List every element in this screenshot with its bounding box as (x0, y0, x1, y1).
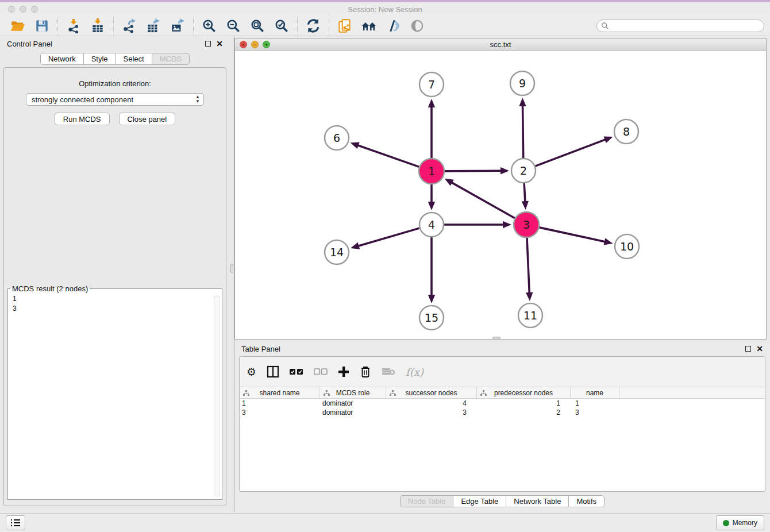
network-maximize-button[interactable]: + (263, 41, 270, 48)
tab-motifs[interactable]: Motifs (568, 495, 605, 507)
add-row-icon[interactable] (338, 364, 349, 379)
table-settings-icon[interactable]: ⚙ (247, 364, 256, 379)
delete-icon[interactable] (360, 364, 371, 379)
network-close-button[interactable]: × (240, 41, 247, 48)
toolbar-separator (297, 17, 298, 34)
zoom-selected-icon[interactable] (274, 18, 290, 34)
graph-edge-2-9[interactable] (522, 105, 523, 158)
task-history-button[interactable] (6, 515, 25, 530)
memory-button[interactable]: Memory (716, 515, 764, 530)
tab-style[interactable]: Style (83, 53, 116, 65)
tab-node-table[interactable]: Node Table (400, 495, 454, 507)
zoom-window-button[interactable] (31, 6, 38, 13)
column-header-mcds-role[interactable]: MCDS role (320, 387, 386, 398)
graph-edge-2-3[interactable] (524, 183, 525, 203)
table-row[interactable]: 1 dominator 4 1 1 (240, 399, 765, 408)
graph-edge-4-14[interactable] (357, 228, 419, 246)
graph-node-label: 4 (428, 218, 435, 231)
minimize-window-button[interactable] (20, 6, 26, 13)
vertical-splitter[interactable] (230, 36, 234, 512)
close-table-panel-icon[interactable]: ✕ (756, 346, 763, 352)
graph-node-label: 7 (428, 78, 435, 91)
network-window: × − + scc.txt 7968124314101511 (234, 38, 767, 340)
export-table-icon[interactable] (145, 18, 161, 34)
clone-network-icon[interactable] (337, 18, 353, 34)
graph-edge-2-8[interactable] (536, 139, 607, 166)
eye-slash-icon[interactable] (385, 18, 401, 34)
zoom-in-icon[interactable] (201, 18, 217, 34)
float-panel-icon[interactable] (205, 41, 211, 47)
table-header-row: shared name MCDS role successor nodes pr… (240, 387, 765, 399)
close-panel-icon[interactable]: ✕ (216, 41, 223, 47)
export-network-icon[interactable] (121, 18, 137, 34)
export-image-icon[interactable] (170, 18, 186, 34)
houses-icon[interactable] (361, 18, 377, 34)
zoom-out-icon[interactable] (225, 18, 241, 34)
apply-layout-icon[interactable] (305, 18, 321, 34)
column-header-successor-nodes[interactable]: successor nodes (386, 387, 477, 398)
tab-network[interactable]: Network (40, 53, 84, 65)
network-minimize-button[interactable]: − (251, 41, 259, 48)
tab-edge-table[interactable]: Edge Table (453, 495, 506, 507)
select-all-checks-icon[interactable] (290, 364, 303, 379)
graph-edge-3-1[interactable] (451, 182, 515, 218)
criterion-dropdown[interactable]: strongly connected component ▲▼ (26, 93, 204, 106)
memory-status-dot (723, 520, 729, 526)
graph-node-label: 10 (620, 240, 634, 253)
cell-predecessor-nodes[interactable]: 2 (477, 408, 571, 417)
cell-shared-name[interactable]: 1 (240, 399, 320, 407)
tab-select[interactable]: Select (116, 53, 152, 65)
import-table-icon[interactable] (90, 18, 106, 34)
column-header-shared-name[interactable]: shared name (240, 387, 320, 398)
run-mcds-button[interactable]: Run MCDS (55, 113, 110, 125)
float-table-panel-icon[interactable] (745, 346, 751, 352)
toolbar-separator (329, 17, 329, 34)
cell-predecessor-nodes[interactable]: 1 (477, 399, 571, 407)
graph-edge-arrowhead (519, 98, 526, 106)
cell-mcds-role[interactable]: dominator (320, 399, 386, 407)
column-header-name[interactable]: name (571, 387, 619, 398)
cell-shared-name[interactable]: 3 (240, 408, 320, 417)
network-window-titlebar[interactable]: × − + scc.txt (235, 38, 766, 51)
graph-edge-1-6[interactable] (357, 145, 419, 167)
search-field[interactable] (596, 20, 764, 32)
column-header-predecessor-nodes[interactable]: predecessor nodes (477, 387, 571, 398)
graph-edge-arrowhead (428, 202, 435, 210)
table-row[interactable]: 3 dominator 3 2 3 (240, 408, 765, 417)
graph-node-label: 1 (428, 165, 435, 178)
close-panel-button[interactable]: Close panel (119, 113, 176, 125)
horizontal-splitter-handle[interactable] (492, 337, 500, 340)
graph-edge-3-10[interactable] (539, 228, 606, 242)
save-session-icon[interactable] (34, 18, 50, 34)
graph-edge-1-2[interactable] (445, 171, 502, 171)
cell-mcds-role[interactable]: dominator (320, 408, 386, 417)
node-table-container: ⚙ f(x) shared name (239, 356, 765, 492)
network-canvas[interactable]: 7968124314101511 (235, 51, 766, 339)
graph-node-label: 9 (519, 77, 526, 90)
split-columns-icon[interactable] (267, 364, 279, 379)
cell-name[interactable]: 1 (571, 399, 619, 407)
search-input[interactable] (609, 22, 753, 30)
result-scrollbar[interactable] (214, 296, 220, 496)
splitter-handle[interactable] (230, 264, 233, 273)
function-builder-icon[interactable]: f(x) (406, 364, 424, 379)
optimization-criterion-label: Optimization criterion: (4, 79, 226, 88)
clear-checks-icon[interactable] (314, 364, 328, 379)
cell-name[interactable]: 3 (571, 408, 619, 417)
tab-network-table[interactable]: Network Table (506, 495, 569, 507)
app-window-controls[interactable] (8, 6, 38, 13)
import-network-icon[interactable] (66, 18, 82, 34)
open-session-icon[interactable] (10, 18, 26, 34)
table-toolbar: ⚙ f(x) (240, 357, 765, 387)
delete-table-icon[interactable] (382, 364, 395, 379)
cell-successor-nodes[interactable]: 3 (386, 408, 477, 417)
graph-edge-3-11[interactable] (527, 238, 529, 294)
eye-icon[interactable] (409, 18, 425, 34)
app-title: Session: New Session (0, 5, 770, 14)
cell-successor-nodes[interactable]: 4 (386, 399, 477, 407)
mcds-result-box: MCDS result (2 nodes) 1 3 (7, 284, 222, 500)
zoom-fit-icon[interactable] (249, 18, 265, 34)
close-window-button[interactable] (8, 6, 15, 13)
tab-mcds[interactable]: MCDS (152, 53, 190, 65)
toolbar-separator (113, 17, 114, 34)
